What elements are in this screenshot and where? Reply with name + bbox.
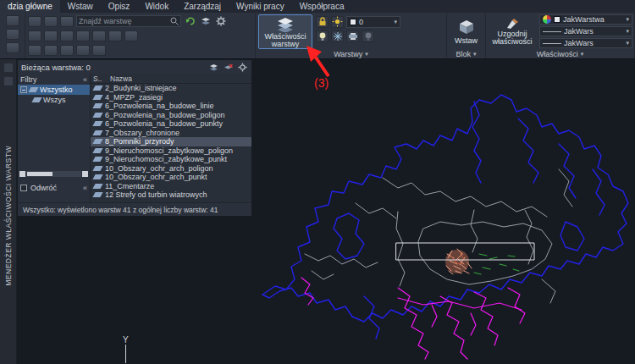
layer-row[interactable]: 10_Obszary_ochr_arch_poligon — [91, 164, 251, 174]
filter-tree-item-used[interactable]: Wszys — [18, 95, 90, 105]
layer-row[interactable]: 9_Nieruchomosci_zabytkowe_poligon — [91, 146, 251, 156]
layer-unisolate-icon[interactable] — [44, 30, 58, 41]
layer-row[interactable]: 6_Pozwolenia_na_budowe_linie — [91, 102, 251, 111]
layer-match-icon[interactable] — [44, 16, 58, 27]
tab-annotate[interactable]: Opisz — [101, 0, 138, 13]
palette-menu-icon[interactable] — [3, 76, 14, 86]
tab-collaborate[interactable]: Współpraca — [292, 0, 352, 13]
insert-label: Wstaw — [455, 36, 478, 45]
filters-horizontal-scrollbar[interactable] — [19, 170, 88, 177]
paste-icon[interactable] — [6, 15, 19, 26]
column-name[interactable]: Nazwa — [110, 74, 132, 83]
layers-panel: Właściwości warstwy 0 ▾ — [256, 13, 447, 58]
annotation-arrow-icon — [303, 46, 335, 80]
auto-hide-icon[interactable] — [3, 63, 14, 73]
refresh-icon[interactable] — [184, 15, 196, 27]
layer-delete-icon[interactable] — [60, 45, 74, 56]
gear-icon[interactable] — [214, 15, 227, 27]
properties-panel-title: Właściwości — [537, 50, 578, 58]
properties-panel: Uzgodnij właściwości JakWarstwa ▾ — [486, 13, 635, 58]
new-layer-icon[interactable] — [208, 62, 219, 72]
match-properties-button[interactable]: Uzgodnij właściwości — [489, 14, 536, 49]
lineweight-dropdown[interactable]: JakWars ▾ — [539, 26, 632, 36]
tab-view[interactable]: Widok — [137, 0, 176, 13]
layer-icon — [92, 95, 102, 100]
tab-manage[interactable]: Zarządzaj — [176, 0, 229, 13]
layer-freeze-icon[interactable] — [331, 30, 344, 42]
layer-row-selected[interactable]: 8_Pomniki_przyrody — [91, 137, 251, 146]
layer-on-icon[interactable] — [331, 16, 344, 28]
layer-prev-icon[interactable] — [60, 16, 74, 27]
ucs-y-label: Y — [123, 335, 129, 345]
layer-row[interactable]: 4_MPZP_zasiegi — [91, 93, 251, 102]
layer-color-swatch — [350, 19, 356, 25]
filter-tree-item-all[interactable]: Wszystko — [18, 85, 90, 95]
scrollbar-thumb[interactable] — [27, 172, 52, 176]
tree-expander-icon[interactable] — [20, 86, 27, 93]
layer-icon — [92, 166, 102, 171]
layer-icon — [92, 103, 102, 108]
magenta-network — [301, 278, 525, 359]
layer-icon — [92, 174, 102, 179]
tab-home[interactable]: dzia główne — [0, 0, 60, 13]
layer-merge-icon[interactable] — [124, 30, 138, 41]
layer-row[interactable]: 7_Obszary_chronione — [91, 129, 251, 138]
layer-search-box — [76, 15, 181, 27]
layer-row[interactable]: 12 Strefy od turbin wiatrowych — [91, 190, 251, 200]
collapse-filters-icon[interactable]: « — [83, 75, 87, 84]
tab-output[interactable]: Wyniki pracy — [229, 0, 292, 13]
invert-filter-label: Odwróć — [30, 184, 57, 192]
linetype-dropdown[interactable]: JakWars ▾ — [539, 38, 632, 48]
layer-row[interactable]: 11_Cmentarze — [91, 182, 251, 191]
green-areas — [474, 254, 519, 274]
cut-icon[interactable] — [6, 42, 19, 53]
collapse-tree-icon[interactable]: « — [83, 184, 87, 192]
layer-lock-icon[interactable] — [316, 16, 329, 28]
invert-filter-checkbox[interactable] — [20, 185, 27, 191]
search-input[interactable] — [79, 17, 170, 25]
layer-off-tool-icon[interactable] — [76, 30, 90, 41]
filter-all-label: Wszystko — [40, 85, 73, 94]
layer-unlock-tool-icon[interactable] — [108, 30, 122, 41]
layer-off-icon[interactable] — [362, 30, 374, 42]
insert-block-button[interactable]: Wstaw — [449, 14, 484, 49]
drawing-canvas[interactable] — [250, 59, 635, 364]
layer-row[interactable]: 6_Pozwolenia_na_budowe_poligon — [91, 111, 251, 120]
linetype-value: JakWars — [564, 39, 594, 47]
properties-panel-label[interactable]: Właściwości ▾ — [486, 49, 634, 58]
layer-isolate-icon[interactable] — [28, 30, 41, 41]
settings-gear-icon[interactable] — [237, 62, 248, 72]
layer-properties-button[interactable]: Właściwości warstwy — [258, 14, 312, 49]
layer-dropdown[interactable]: 0 ▾ — [346, 16, 400, 28]
layer-walk-icon[interactable] — [28, 16, 41, 27]
layer-properties-palette: Bieżąca warstwa: 0 Filtry « — [17, 59, 252, 217]
layer-row[interactable]: 6_Pozwolenia_na_budowe_punkty — [91, 119, 251, 129]
layer-row[interactable]: 2_Budynki_istniejace — [91, 84, 251, 93]
column-status[interactable]: S.. — [93, 74, 110, 83]
layer-bulb-icon[interactable] — [316, 30, 329, 42]
layers-stack-icon — [274, 15, 296, 32]
copy-icon[interactable] — [6, 29, 19, 40]
layer-freeze-tool-icon[interactable] — [60, 30, 74, 41]
tab-insert[interactable]: Wstaw — [60, 0, 101, 13]
layer-lock-tool-icon[interactable] — [92, 30, 106, 41]
object-color-dropdown[interactable]: JakWarstwa ▾ — [539, 14, 632, 25]
layer-plot-icon[interactable] — [346, 30, 359, 42]
layers-panel-label[interactable]: Warstwy ▾ — [256, 49, 446, 58]
layer-copy-objects-icon[interactable] — [28, 45, 41, 56]
chevron-down-icon: ▾ — [626, 40, 629, 47]
ribbon-tab-bar: dzia główne Wstaw Opisz Widok Zarządzaj … — [0, 0, 635, 13]
layers-panel-title: Warstwy — [334, 50, 362, 58]
scroll-right-icon[interactable] — [82, 171, 88, 177]
layer-current-icon[interactable] — [76, 45, 90, 56]
layer-thaw-icon[interactable] — [92, 45, 106, 56]
layer-row[interactable]: 9_Nieruchomosci_zabytkowe_punkt — [91, 155, 251, 164]
layer-icon — [92, 85, 102, 91]
delete-layer-icon[interactable] — [223, 62, 234, 72]
layer-icon — [92, 121, 102, 126]
layer-row[interactable]: 10_Obszary_ochr_arch_punkt — [91, 173, 251, 182]
layer-states-icon[interactable] — [199, 15, 212, 27]
scroll-left-icon[interactable] — [19, 171, 25, 177]
block-panel-label[interactable]: Blok ▾ — [447, 49, 485, 58]
layer-change-icon[interactable] — [44, 45, 58, 56]
